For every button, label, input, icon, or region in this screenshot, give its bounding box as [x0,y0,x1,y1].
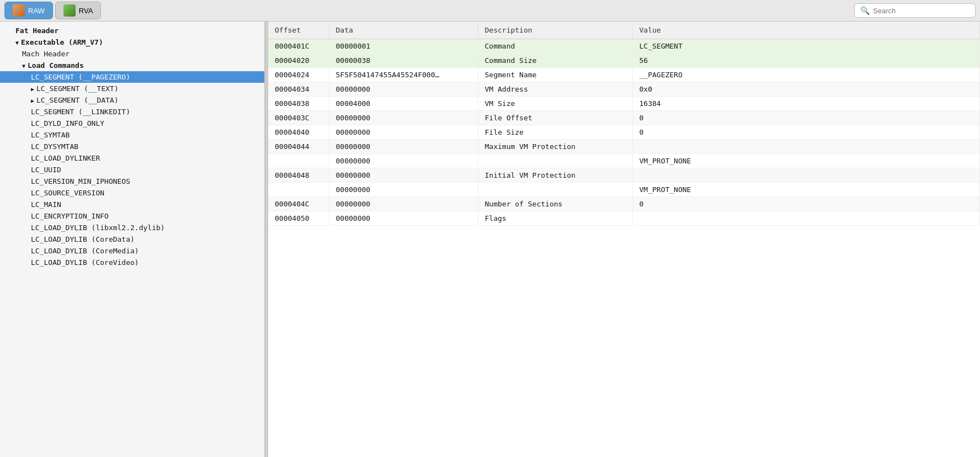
sidebar-item-lc-load-dylinker[interactable]: LC_LOAD_DYLINKER [0,152,264,164]
cell-value: __PAGEZERO [632,68,980,82]
cell-description: Segment Name [478,68,632,82]
sidebar-item-executable-arm-v7[interactable]: Executable (ARM_V7) [0,36,264,48]
cell-description: Maximum VM Protection [478,140,632,154]
cell-value [632,140,980,154]
cell-offset: 00004024 [268,68,329,82]
sidebar-item-lc-encryption-info[interactable]: LC_ENCRYPTION_INFO [0,210,264,222]
sidebar-item-lc-version-min-iphoneos[interactable]: LC_VERSION_MIN_IPHONEOS [0,176,264,187]
triangle-icon [31,86,34,92]
triangle-icon [15,40,19,46]
sidebar-item-lc-load-dylib-coredata[interactable]: LC_LOAD_DYLIB (CoreData) [0,233,264,245]
sidebar-item-label: LC_SEGMENT (__PAGEZERO) [31,73,130,81]
table-row: 00004040 00000000 File Size 0 [268,125,980,140]
sidebar-item-lc-segment-linkedit[interactable]: LC_SEGMENT (__LINKEDIT) [0,106,264,118]
cell-description: Number of Sections [478,197,632,211]
tab-raw-label: RAW [28,7,45,15]
sidebar-item-lc-dyld-info-only[interactable]: LC_DYLD_INFO_ONLY [0,118,264,129]
sidebar-item-mach-header[interactable]: Mach Header [0,48,264,60]
cell-data-cont: 00000000 [329,154,478,168]
cell-description: File Offset [478,111,632,125]
sidebar-item-label: LC_VERSION_MIN_IPHONEOS [31,177,130,185]
sidebar-item-lc-load-dylib-coremedia[interactable]: LC_LOAD_DYLIB (CoreMedia) [0,245,264,257]
sidebar-item-lc-dysymtab[interactable]: LC_DYSYMTAB [0,141,264,152]
search-icon: 🔍 [860,6,870,15]
sidebar-item-label: LC_DYSYMTAB [31,142,78,151]
sidebar-item-load-commands[interactable]: Load Commands [0,60,264,71]
cell-offset: 00004044 [268,140,329,154]
sidebar-item-label: Executable (ARM_V7) [21,38,103,46]
sidebar-item-label: LC_LOAD_DYLIB (libxml2.2.dylib) [31,224,165,232]
sidebar-item-lc-load-dylib-libxml[interactable]: LC_LOAD_DYLIB (libxml2.2.dylib) [0,222,264,233]
table-row: 00004034 00000000 VM Address 0x0 [268,82,980,97]
cell-value: 0 [632,125,980,140]
cell-data: 00000000 [329,82,478,97]
table-row: 00004048 00000000 Initial VM Protection [268,168,980,183]
table-row: 00004044 00000000 Maximum VM Protection [268,140,980,154]
cell-description-cont [478,154,632,168]
cell-value [632,168,980,183]
table-header-row: Offset Data Description Value [268,22,980,39]
cell-value: 56 [632,54,980,68]
raw-icon [13,4,25,17]
sidebar-item-lc-source-version[interactable]: LC_SOURCE_VERSION [0,187,264,199]
col-header-offset: Offset [268,22,329,39]
toolbar: RAW RVA 🔍 [0,0,980,22]
cell-data: 00000000 [329,111,478,125]
right-panel: Offset Data Description Value 0000401C 0… [268,22,980,457]
rva-icon [63,4,76,17]
table-row: 00004038 00004000 VM Size 16384 [268,97,980,111]
col-header-description: Description [478,22,632,39]
tab-raw[interactable]: RAW [4,2,53,19]
cell-offset-cont [268,183,329,197]
cell-description: VM Address [478,82,632,97]
cell-data: 00004000 [329,97,478,111]
sidebar-item-lc-segment-pagezero[interactable]: LC_SEGMENT (__PAGEZERO) [0,71,264,83]
cell-value: 0x0 [632,82,980,97]
sidebar-item-lc-main[interactable]: LC_MAIN [0,199,264,210]
sidebar-item-lc-load-dylib-corevideo[interactable]: LC_LOAD_DYLIB (CoreVideo) [0,257,264,268]
cell-offset: 00004050 [268,211,329,226]
cell-offset: 00004048 [268,168,329,183]
cell-offset-cont [268,154,329,168]
sidebar-item-label: LC_DYLD_INFO_ONLY [31,119,104,127]
sidebar-item-lc-uuid[interactable]: LC_UUID [0,164,264,176]
triangle-icon [31,98,34,104]
cell-description: VM Size [478,97,632,111]
tab-rva[interactable]: RVA [55,2,102,19]
cell-offset: 0000401C [268,39,329,54]
cell-data: 5F5F504147455A45524F000… [329,68,478,82]
sidebar-item-lc-segment-data[interactable]: LC_SEGMENT (__DATA) [0,94,264,106]
data-table: Offset Data Description Value 0000401C 0… [268,22,980,226]
cell-value-cont: VM_PROT_NONE [632,154,980,168]
sidebar-item-label: LC_ENCRYPTION_INFO [31,212,109,220]
search-bar: 🔍 [854,3,976,18]
table-row: 00000000 VM_PROT_NONE [268,183,980,197]
cell-data: 00000000 [329,125,478,140]
cell-value: 0 [632,197,980,211]
cell-offset: 00004038 [268,97,329,111]
cell-offset: 0000403C [268,111,329,125]
sidebar-item-label: LC_LOAD_DYLIB (CoreMedia) [31,247,139,255]
cell-offset: 00004020 [268,54,329,68]
cell-description: Initial VM Protection [478,168,632,183]
table-row: 00004020 00000038 Command Size 56 [268,54,980,68]
sidebar-item-lc-segment-text[interactable]: LC_SEGMENT (__TEXT) [0,83,264,94]
cell-description: File Size [478,125,632,140]
cell-description-cont [478,183,632,197]
sidebar-item-label: LC_MAIN [31,200,61,209]
search-input[interactable] [873,7,970,15]
table-row: 0000403C 00000000 File Offset 0 [268,111,980,125]
table-row: 0000404C 00000000 Number of Sections 0 [268,197,980,211]
sidebar-item-label: LC_SEGMENT (__DATA) [36,96,119,104]
sidebar-item-lc-symtab[interactable]: LC_SYMTAB [0,129,264,141]
cell-data: 00000038 [329,54,478,68]
cell-value [632,211,980,226]
sidebar-item-fat-header[interactable]: Fat Header [0,25,264,36]
cell-data: 00000001 [329,39,478,54]
sidebar-item-label: LC_SEGMENT (__LINKEDIT) [31,108,130,116]
sidebar-item-label: LC_SYMTAB [31,131,70,139]
sidebar-item-label: LC_SEGMENT (__TEXT) [36,84,119,93]
cell-offset: 00004034 [268,82,329,97]
sidebar-item-label: Load Commands [28,61,84,70]
tab-rva-label: RVA [79,7,93,15]
